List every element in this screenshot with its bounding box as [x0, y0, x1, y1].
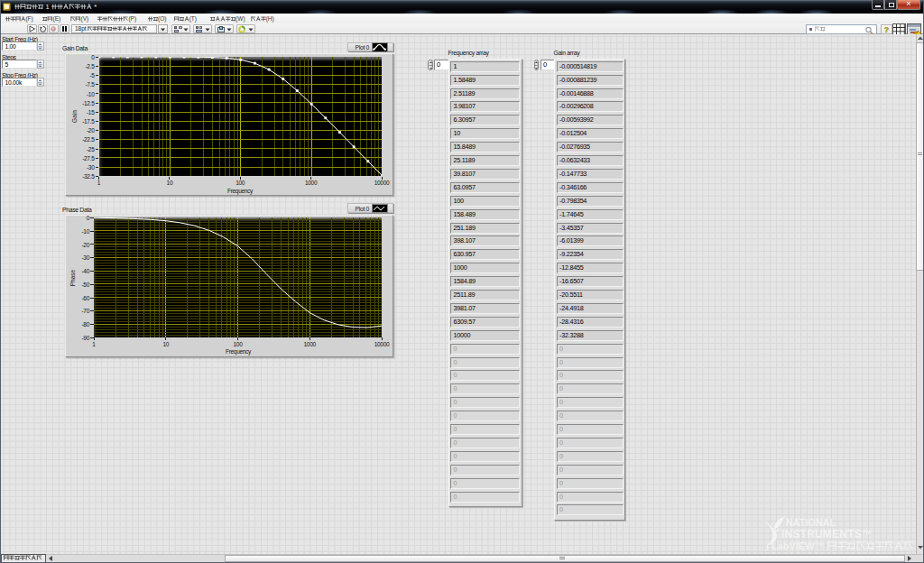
svg-text:INSTRUMENTS™: INSTRUMENTS™: [781, 528, 873, 540]
svg-text:NATIONAL: NATIONAL: [786, 517, 836, 528]
